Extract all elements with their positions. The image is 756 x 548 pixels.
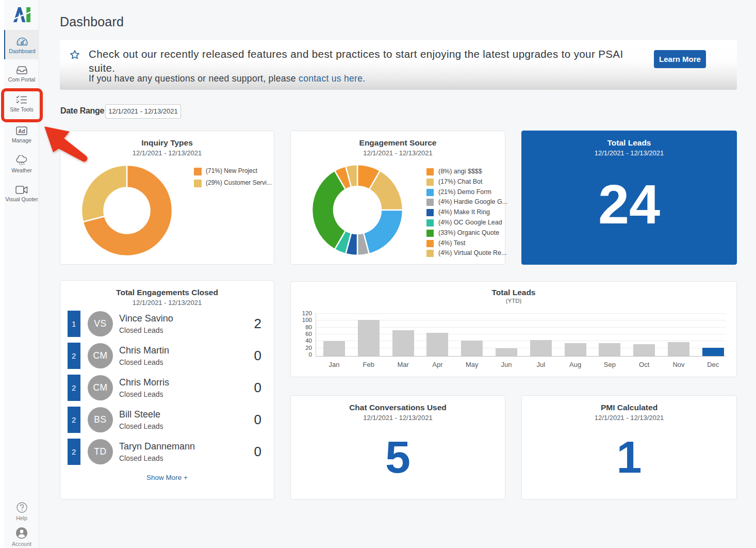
svg-text:Ad: Ad [18,128,25,134]
